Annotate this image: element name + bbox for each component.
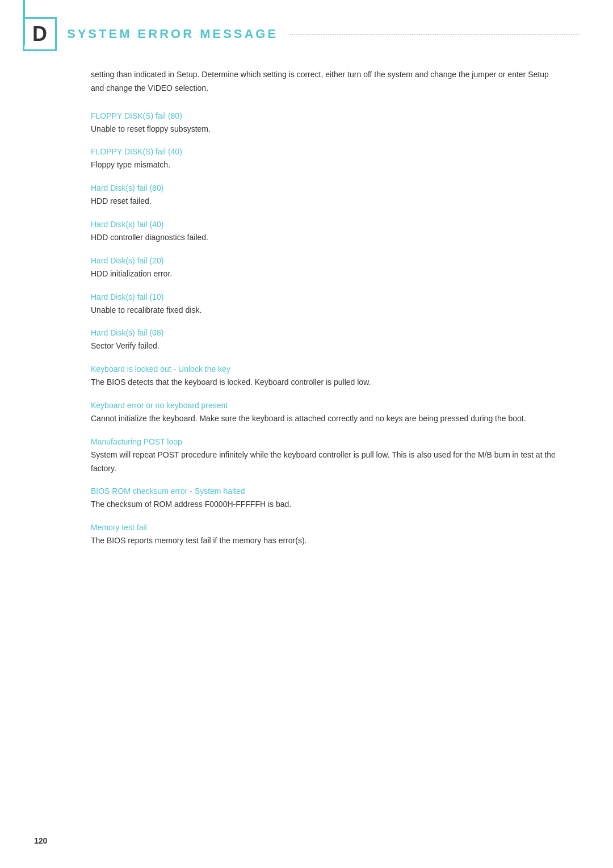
error-entry: Hard Disk(s) fail (80)HDD reset failed. xyxy=(91,183,556,208)
error-entry: FLOPPY DISK(S) fail (40)Floppy type mism… xyxy=(91,147,556,172)
page-number: 120 xyxy=(34,836,47,845)
error-title: Memory test fail xyxy=(91,523,556,532)
chapter-letter-box: D xyxy=(23,17,57,51)
error-description: The BIOS detects that the keyboard is lo… xyxy=(91,376,556,389)
error-entry: Hard Disk(s) fail (10)Unable to recalibr… xyxy=(91,292,556,317)
error-title: Hard Disk(s) fail (40) xyxy=(91,220,556,229)
chapter-letter: D xyxy=(32,22,47,46)
error-description: Unable to reset floppy subsystem. xyxy=(91,123,556,136)
error-description: The checksum of ROM address F0000H-FFFFF… xyxy=(91,498,556,511)
errors-list: FLOPPY DISK(S) fail (80)Unable to reset … xyxy=(91,111,556,548)
error-description: Sector Verify failed. xyxy=(91,339,556,353)
error-entry: Keyboard error or no keyboard presentCan… xyxy=(91,401,556,426)
error-entry: Hard Disk(s) fail (40)HDD controller dia… xyxy=(91,220,556,245)
error-title: Hard Disk(s) fail (10) xyxy=(91,292,556,301)
error-description: HDD controller diagnostics failed. xyxy=(91,231,556,245)
error-entry: Keyboard is locked out - Unlock the keyT… xyxy=(91,364,556,389)
error-title: Manufacturing POST loop xyxy=(91,437,556,446)
error-entry: Memory test failThe BIOS reports memory … xyxy=(91,523,556,548)
error-description: The BIOS reports memory test fail if the… xyxy=(91,534,556,548)
error-description: HDD initialization error. xyxy=(91,267,556,281)
page-container: D System Error Message setting than indi… xyxy=(0,0,613,868)
error-description: System will repeat POST procedure infini… xyxy=(91,448,556,476)
main-content: setting than indicated in Setup. Determi… xyxy=(0,62,613,582)
chapter-title: System Error Message xyxy=(67,27,278,41)
error-title: FLOPPY DISK(S) fail (80) xyxy=(91,111,556,120)
error-description: Unable to recalibrate fixed disk. xyxy=(91,304,556,317)
header-dots-decoration xyxy=(289,34,579,35)
error-description: HDD reset failed. xyxy=(91,195,556,208)
error-description: Cannot initialize the keyboard. Make sur… xyxy=(91,412,556,426)
error-title: Keyboard error or no keyboard present xyxy=(91,401,556,410)
error-entry: Hard Disk(s) fail (08)Sector Verify fail… xyxy=(91,328,556,353)
error-entry: Hard Disk(s) fail (20)HDD initialization… xyxy=(91,256,556,281)
error-title: BIOS ROM checksum error - System halted xyxy=(91,487,556,496)
error-title: Keyboard is locked out - Unlock the key xyxy=(91,364,556,374)
error-entry: Manufacturing POST loopSystem will repea… xyxy=(91,437,556,476)
header-title-area: System Error Message xyxy=(67,27,579,41)
error-entry: FLOPPY DISK(S) fail (80)Unable to reset … xyxy=(91,111,556,136)
error-title: Hard Disk(s) fail (80) xyxy=(91,183,556,192)
error-title: Hard Disk(s) fail (20) xyxy=(91,256,556,265)
error-title: Hard Disk(s) fail (08) xyxy=(91,328,556,337)
intro-paragraph: setting than indicated in Setup. Determi… xyxy=(91,68,556,95)
page-header: D System Error Message xyxy=(0,0,613,62)
error-title: FLOPPY DISK(S) fail (40) xyxy=(91,147,556,156)
error-description: Floppy type mismatch. xyxy=(91,158,556,172)
error-entry: BIOS ROM checksum error - System haltedT… xyxy=(91,487,556,511)
